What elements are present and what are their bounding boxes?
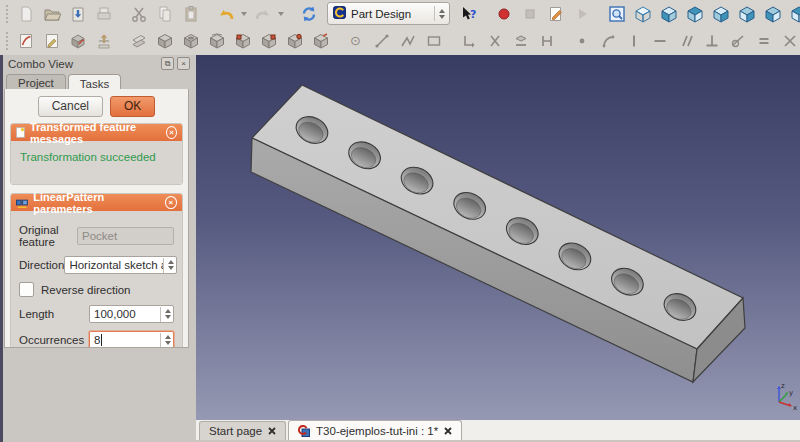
reverse-direction-checkbox[interactable] [19,282,34,297]
length-label: Length [19,308,89,320]
combo-view-title: Combo View [8,58,73,70]
print-icon[interactable] [92,2,115,25]
direction-select-arrows[interactable] [163,258,174,273]
redo-dropdown-icon[interactable] [278,12,284,16]
sketch-new-icon[interactable] [14,29,37,52]
macro-play-icon[interactable] [570,2,593,25]
toolbar-file: Part Design ? [0,0,800,27]
view-right-icon[interactable] [709,2,732,25]
linear-pattern-icon[interactable] [257,29,280,52]
sketch-leave-icon[interactable] [92,29,115,52]
constraint-coincident-icon[interactable] [570,29,593,52]
undo-icon[interactable] [214,2,237,25]
view-top-icon[interactable] [683,2,706,25]
workbench-selector-arrows[interactable] [434,6,445,21]
reverse-direction-label: Reverse direction [41,284,130,296]
direction-label: Direction [19,259,64,271]
sketch-map-icon[interactable] [66,29,89,52]
constraint-vertical-icon[interactable] [622,29,645,52]
copy-icon[interactable] [153,2,176,25]
original-feature-field: Pocket [77,227,174,245]
constraint-arc-icon[interactable] [596,29,619,52]
toolbar-grip[interactable] [6,5,8,23]
pad-icon[interactable] [153,29,176,52]
3d-viewport[interactable]: z y x [196,55,800,420]
toolbar-grip[interactable] [6,32,8,50]
view-bottom-icon[interactable] [761,2,784,25]
sketch-edit-icon[interactable] [40,29,63,52]
pocket-icon[interactable] [179,29,202,52]
occurrences-spinbox[interactable]: 8 [89,331,174,348]
tab-start-page[interactable]: Start page [199,421,286,440]
save-document-icon[interactable] [66,2,89,25]
cancel-button[interactable]: Cancel [38,96,103,117]
sketch-rectangle-icon[interactable] [422,29,445,52]
transformation-status: Transformation succeeded [19,146,174,176]
refresh-icon[interactable] [297,2,320,25]
constraint-horizontal-icon[interactable] [648,29,671,52]
occurrences-value: 8 [94,334,100,346]
polar-pattern-icon[interactable] [283,29,306,52]
symmetry-tool-icon[interactable] [535,29,558,52]
sketch-polyline-icon[interactable] [396,29,419,52]
ok-button[interactable]: OK [110,96,155,117]
datum-plane-icon[interactable] [127,29,150,52]
paste-icon[interactable] [179,2,202,25]
workbench-selector[interactable]: Part Design [327,2,450,25]
messages-panel: Transformed feature messages × Transform… [10,123,183,185]
fit-all-icon[interactable] [605,2,628,25]
redo-icon[interactable] [251,2,274,25]
linear-pattern-title: LinearPattern parameters [33,191,159,215]
axis-indicator: z y x [777,382,797,412]
constraint-parallel-icon[interactable] [674,29,697,52]
length-spinbox[interactable]: 100,000 [89,305,174,323]
close-panel-icon[interactable]: × [177,57,190,70]
mirrored-pattern-icon[interactable] [231,29,254,52]
float-panel-icon[interactable]: ⧉ [161,57,174,70]
macro-stop-icon[interactable] [518,2,541,25]
revolution-icon[interactable] [205,29,228,52]
view-left-icon[interactable] [787,2,800,25]
view-rear-icon[interactable] [735,2,758,25]
whats-this-icon[interactable]: ? [457,2,480,25]
view-axonometric-icon[interactable] [631,2,654,25]
tasks-content: Cancel OK Transformed feature messages ×… [4,89,189,348]
constraint-equal-icon[interactable] [752,29,775,52]
close-tab-icon[interactable] [444,427,452,435]
model-canvas[interactable]: z y x [196,55,800,420]
length-spin-arrows[interactable] [160,307,171,322]
collapse-messages-icon[interactable]: × [166,126,177,139]
window-edge [0,55,3,442]
new-document-icon[interactable] [14,2,37,25]
close-tab-icon[interactable] [268,427,276,435]
constraint-tangent-icon[interactable] [726,29,749,52]
toolbar-partdesign: ⊙ » [0,27,800,54]
workbench-selector-value: Part Design [351,8,411,20]
sketch-point-icon[interactable]: ⊙ [344,29,367,52]
macro-record-icon[interactable] [492,2,515,25]
original-feature-label: Original feature [19,224,77,248]
collapse-pattern-icon[interactable]: × [165,196,177,209]
constraint-symmetric-icon[interactable] [778,29,800,52]
direction-select[interactable]: Horizontal sketch axis [64,256,177,274]
tab-document[interactable]: T30-ejemplos-tut-ini : 1* [288,420,462,440]
trim-edge-icon[interactable] [483,29,506,52]
model-bar[interactable] [251,85,745,382]
scaled-pattern-icon[interactable] [309,29,332,52]
occurrences-spin-arrows[interactable] [160,333,171,348]
cut-icon[interactable] [127,2,150,25]
external-geometry-icon[interactable] [509,29,532,52]
undo-dropdown-icon[interactable] [241,12,247,16]
combo-view-panel: Combo View ⧉ × Project Tasks Cancel OK T… [0,55,196,442]
messages-panel-title: Transformed feature messages [30,121,161,145]
document-tab-bar: Start page T30-ejemplos-tut-ini : 1* [196,420,800,442]
constraint-perpendicular-icon[interactable] [700,29,723,52]
constraint-lock-icon[interactable] [457,29,480,52]
sketch-line-icon[interactable] [370,29,393,52]
view-front-icon[interactable] [657,2,680,25]
freecad-document-icon [298,425,310,437]
axis-x-label: x [793,404,797,412]
open-document-icon[interactable] [40,2,63,25]
occurrences-label: Occurrences [19,334,89,346]
macro-edit-icon[interactable] [544,2,567,25]
